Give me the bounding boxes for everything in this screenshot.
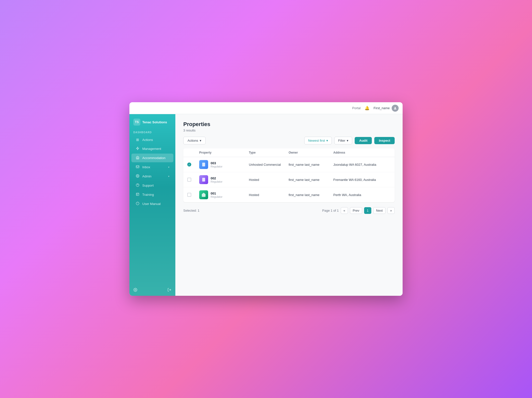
svg-rect-1 <box>136 166 139 168</box>
settings-icon[interactable] <box>133 288 137 293</box>
property-role-1: Regulator <box>211 165 223 168</box>
actions-chevron-icon: ▾ <box>200 139 201 142</box>
inspect-button[interactable]: Inspect <box>374 137 395 144</box>
properties-table: Property Type Owner Address Status ✓ <box>183 148 395 202</box>
property-thumbnail-3 <box>199 190 208 199</box>
page-title: Properties <box>183 121 395 128</box>
property-id-3: 001 <box>211 192 223 195</box>
address-cell-3: Perth WA, Australia <box>333 193 395 197</box>
col-header-checkbox <box>187 151 199 154</box>
owner-cell-3: first_name last_name <box>289 193 333 197</box>
sidebar-item-user-manual-label: User Manual <box>142 202 161 206</box>
page-1-button[interactable]: 1 <box>364 207 371 214</box>
col-header-address: Address <box>333 151 395 154</box>
property-thumbnail-2 <box>199 175 208 184</box>
sidebar-section-label: DASHBOARD <box>129 129 175 135</box>
titlebar: Portal 🔔 First_name <box>129 102 403 114</box>
row-checkbox-3[interactable] <box>187 193 199 197</box>
support-icon <box>135 183 140 188</box>
inbox-chevron-icon: ▾ <box>168 166 169 168</box>
logout-icon[interactable] <box>167 288 171 293</box>
address-cell-2: Fremantle WA 6160, Australia <box>333 178 395 182</box>
property-role-3: Regulator <box>211 195 223 198</box>
avatar <box>392 105 399 112</box>
sidebar-logo: TS Tenac Solutions <box>129 114 175 129</box>
actions-icon: ⊞ <box>135 138 140 142</box>
sidebar-item-management[interactable]: Management <box>131 144 173 153</box>
notification-bell-icon[interactable]: 🔔 <box>365 106 370 110</box>
sidebar-item-actions[interactable]: ⊞ Actions <box>131 135 173 144</box>
logo-text: Tenac Solutions <box>142 120 167 124</box>
table-row[interactable]: 001 Regulator Hosted first_name last_nam… <box>183 187 395 202</box>
page-info: Page 1 of 1 <box>322 209 339 212</box>
checkbox-empty-icon <box>187 178 191 182</box>
sidebar-item-accommodation[interactable]: Accommodation <box>131 154 173 162</box>
audit-button[interactable]: Audit <box>355 137 372 144</box>
last-page-button[interactable]: » <box>387 207 395 214</box>
toolbar: Actions ▾ Newest first ▾ Filter ▾ Audit … <box>183 137 395 144</box>
first-page-button[interactable]: « <box>341 207 348 214</box>
owner-cell-2: first_name last_name <box>289 178 333 182</box>
filter-dropdown[interactable]: Filter ▾ <box>334 137 352 144</box>
svg-point-2 <box>137 175 138 176</box>
prev-page-button[interactable]: Prev <box>350 207 362 214</box>
results-count: 3 results <box>183 129 395 132</box>
sidebar-footer <box>129 285 175 296</box>
property-role-2: Regulator <box>211 180 223 183</box>
user-manual-icon <box>135 202 140 206</box>
user-menu[interactable]: First_name <box>374 105 399 112</box>
svg-rect-13 <box>203 179 204 181</box>
logo-icon: TS <box>133 119 140 126</box>
sort-chevron-icon: ▾ <box>326 139 328 142</box>
pagination-controls: Page 1 of 1 « Prev 1 Next » <box>322 207 395 214</box>
table-header: Property Type Owner Address Status <box>183 148 395 157</box>
table-row[interactable]: ✓ 003 Regulator Unhosted Commercial firs… <box>183 157 395 172</box>
svg-rect-5 <box>136 193 139 196</box>
sidebar-item-management-label: Management <box>142 147 161 151</box>
sort-label: Newest first <box>308 139 325 142</box>
sidebar-item-inbox[interactable]: Inbox ▾ <box>131 163 173 171</box>
property-id-1: 003 <box>211 161 223 165</box>
col-header-type: Type <box>249 151 289 154</box>
sidebar-item-user-manual[interactable]: User Manual <box>131 199 173 208</box>
sidebar-item-training[interactable]: Training <box>131 190 173 199</box>
col-header-owner: Owner <box>289 151 333 154</box>
app-layout: TS Tenac Solutions DASHBOARD ⊞ Actions M… <box>129 114 403 296</box>
admin-icon <box>135 174 140 178</box>
portal-link[interactable]: Portal <box>352 106 361 110</box>
table-row[interactable]: 002 Regulator Hosted first_name last_nam… <box>183 172 395 187</box>
property-cell-2: 002 Regulator <box>199 175 249 184</box>
inbox-icon <box>135 165 140 169</box>
titlebar-right: Portal 🔔 First_name <box>352 105 399 112</box>
type-cell-1: Unhosted Commercial <box>249 163 289 166</box>
sidebar-item-support[interactable]: Support <box>131 181 173 190</box>
actions-button[interactable]: Actions ▾ <box>183 137 206 144</box>
property-cell-3: 001 Regulator <box>199 190 249 199</box>
filter-label: Filter <box>338 139 345 142</box>
accommodation-icon <box>135 156 140 160</box>
svg-point-0 <box>395 107 396 108</box>
next-page-button[interactable]: Next <box>373 207 385 214</box>
sidebar-item-inbox-label: Inbox <box>142 165 150 169</box>
username-label: First_name <box>374 106 390 110</box>
actions-label: Actions <box>188 139 198 142</box>
sidebar: TS Tenac Solutions DASHBOARD ⊞ Actions M… <box>129 114 175 296</box>
sidebar-item-training-label: Training <box>142 193 154 197</box>
property-cell-1: 003 Regulator <box>199 160 249 169</box>
sidebar-item-support-label: Support <box>142 184 154 187</box>
sidebar-item-admin[interactable]: Admin ▾ <box>131 172 173 181</box>
filter-chevron-icon: ▾ <box>347 139 348 142</box>
management-icon <box>135 147 140 151</box>
pagination: Selected: 1 Page 1 of 1 « Prev 1 Next » <box>183 206 395 215</box>
checkbox-empty-icon <box>187 193 191 197</box>
type-cell-2: Hosted <box>249 178 289 182</box>
app-window: Portal 🔔 First_name TS Tenac Solutions D… <box>129 102 403 296</box>
checkbox-selected-icon: ✓ <box>187 163 191 166</box>
row-checkbox-1[interactable]: ✓ <box>187 163 199 166</box>
svg-point-11 <box>135 289 136 290</box>
sidebar-item-actions-label: Actions <box>142 138 153 142</box>
training-icon <box>135 193 140 197</box>
row-checkbox-2[interactable] <box>187 178 199 182</box>
property-thumbnail-1 <box>199 160 208 169</box>
sort-dropdown[interactable]: Newest first ▾ <box>304 137 332 144</box>
